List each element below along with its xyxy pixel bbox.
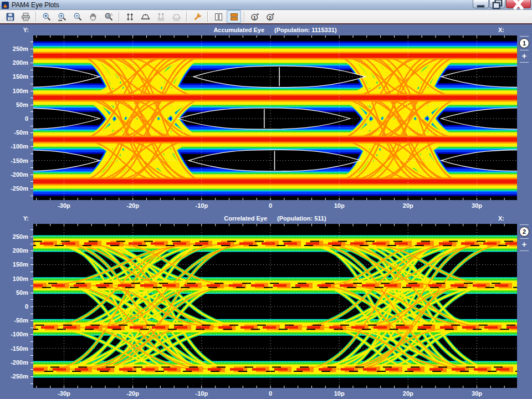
x-tick-label: -30p [52, 202, 76, 209]
save-icon [6, 12, 15, 22]
svg-text:1: 1 [253, 14, 255, 20]
zoom-x-limits-button[interactable] [55, 10, 69, 23]
toolbar-separator [207, 12, 208, 22]
x-tick-label: 20p [396, 390, 420, 397]
plot-title: Accumulated Eye(Population: 1115331) [33, 27, 517, 33]
layout-rows-icon [229, 12, 239, 22]
y-tick-label: -100m [1, 330, 28, 338]
divider [520, 224, 529, 225]
zoom-region-icon [104, 12, 114, 22]
y-tick-label: 50m [1, 101, 28, 109]
plot-number-badge: 1 [519, 38, 529, 48]
app-icon [2, 1, 9, 8]
eye-plot-accumulated[interactable] [33, 35, 517, 200]
population-text: (Population: 1115331) [274, 27, 336, 33]
divider [520, 238, 529, 239]
layout-rows-button[interactable] [227, 10, 241, 23]
zoom-out-icon [73, 12, 83, 22]
eye-mask-icon [141, 12, 150, 22]
minimize-button[interactable] [473, 0, 489, 8]
y-tick-label: -50m [1, 129, 28, 136]
x-axis-label: X: [484, 215, 504, 222]
plot-controls: 1 + [518, 34, 531, 64]
toolbar-separator [119, 12, 120, 22]
y-tick-label: -200m [1, 359, 28, 366]
y-tick-label: 0 [1, 115, 28, 122]
print-button[interactable] [18, 10, 33, 23]
zoom-in-icon [42, 12, 52, 22]
add-cursor-2-button[interactable]: 2 [263, 10, 278, 23]
x-tick-label: 20p [396, 202, 420, 209]
zoom-region-button[interactable] [101, 10, 116, 23]
panel-accumulated-eye: Y: Accumulated Eye(Population: 1115331) … [0, 25, 532, 213]
toolbar-separator [244, 12, 245, 22]
panel-header: Y: Correlated Eye(Population: 511) X: [0, 214, 532, 224]
panel-correlated-eye: Y: Correlated Eye(Population: 511) X: 25… [0, 214, 532, 399]
y-tick-label: 150m [1, 260, 28, 268]
plot-title: Correlated Eye(Population: 511) [33, 215, 517, 222]
x-tick-label: 30p [465, 390, 489, 397]
eye-levels-icon [156, 12, 166, 22]
y-tick-label: -100m [1, 142, 28, 150]
eye-mask-alt-icon [172, 12, 181, 22]
x-tick-label: -20p [121, 390, 145, 397]
save-button[interactable] [3, 10, 17, 23]
y-tick-label: 200m [1, 247, 28, 254]
x-tick-labels: -30p-20p-10p010p20p30p [33, 388, 517, 399]
add-cursor-button[interactable]: + [518, 52, 531, 60]
panel-header: Y: Accumulated Eye(Population: 1115331) … [0, 25, 532, 35]
x-tick-label: -10p [190, 202, 214, 209]
divider [520, 50, 529, 50]
x-tick-label: 10p [327, 202, 351, 209]
add-cursor-button[interactable]: + [518, 241, 531, 249]
y-tick-label: 100m [1, 275, 28, 283]
figure-toolbar: 12 [0, 10, 532, 24]
zoom-in-button[interactable] [39, 10, 54, 23]
x-tick-label: 30p [465, 202, 489, 209]
plot-controls: 2 + [518, 223, 531, 253]
plot-number-badge: 2 [519, 227, 529, 237]
toolbar-separator [186, 12, 187, 22]
x-tick-label: 10p [327, 390, 351, 397]
eye-plot-svg [33, 35, 517, 200]
svg-text:2: 2 [268, 14, 271, 20]
pan-icon [89, 12, 98, 22]
eye-mask-alt-button[interactable] [169, 10, 183, 23]
y-tick-label: 250m [1, 233, 28, 241]
restore-button[interactable] [489, 0, 505, 8]
y-tick-label: -250m [1, 185, 28, 192]
settings-wrench-button[interactable] [190, 10, 204, 23]
close-button[interactable] [506, 0, 531, 8]
eye-mask-button[interactable] [138, 10, 152, 23]
eye-plot-svg [33, 224, 517, 388]
app-window: PAM4 Eye Plots 12 Y: Accumulated Eye(Pop… [0, 0, 532, 399]
zoom-out-button[interactable] [70, 10, 85, 23]
add-cursor-1-button[interactable]: 1 [248, 10, 262, 23]
settings-wrench-icon [193, 12, 202, 22]
y-tick-label: -250m [1, 372, 28, 380]
y-axis-label: Y: [0, 27, 29, 33]
divider [520, 250, 529, 251]
y-tick-label: 250m [1, 45, 28, 53]
pan-button[interactable] [86, 10, 100, 23]
window-title: PAM4 Eye Plots [12, 0, 59, 10]
y-tick-label: -150m [1, 345, 28, 352]
eye-levels-button[interactable] [154, 10, 168, 23]
y-tick-label: -200m [1, 171, 28, 178]
layout-columns-button[interactable] [211, 10, 226, 23]
y-tick-labels: 250m200m150m100m50m0-50m-100m-150m-200m-… [0, 35, 33, 200]
toolbar-separator [35, 12, 37, 22]
print-icon [21, 12, 30, 22]
y-tick-label: -150m [1, 157, 28, 165]
title-bar[interactable]: PAM4 Eye Plots [0, 0, 532, 10]
x-tick-label: -10p [190, 390, 214, 397]
y-axis-label: Y: [0, 215, 29, 222]
eye-plot-correlated[interactable] [33, 224, 517, 388]
eye-amplitude-button[interactable] [122, 10, 137, 23]
divider [520, 62, 529, 63]
y-tick-label: -50m [1, 316, 28, 324]
y-tick-label: 100m [1, 87, 28, 95]
x-tick-label: -30p [52, 390, 76, 397]
window-controls [472, 0, 532, 9]
add-cursor-1-icon: 1 [250, 12, 260, 22]
